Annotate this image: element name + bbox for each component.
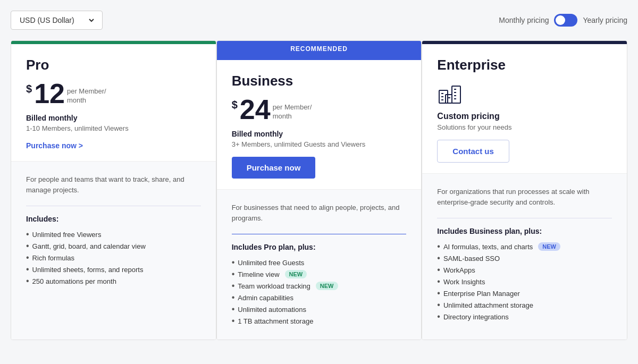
pro-card: Pro $ 12 per Member/month Billed monthly… — [11, 40, 216, 340]
pro-features-list: Unlimited free Viewers Gantt, grid, boar… — [26, 228, 201, 287]
enterprise-divider — [437, 218, 612, 218]
list-item: Unlimited automations — [232, 303, 407, 315]
pro-description: For people and teams that want to track,… — [26, 174, 201, 195]
list-item: Directory integrations — [437, 311, 612, 323]
list-item: WorkApps — [437, 264, 612, 276]
list-item: Admin capabilities — [232, 292, 407, 303]
list-item: AI formulas, texts, and charts NEW — [437, 241, 612, 252]
list-item: SAML-based SSO — [437, 252, 612, 264]
new-badge: NEW — [316, 282, 338, 290]
business-price-amount: 24 — [240, 96, 271, 123]
business-card: RECOMMENDED Business $ 24 per Member/mon… — [216, 40, 422, 340]
pro-divider — [26, 206, 201, 206]
pro-price-amount: 12 — [34, 80, 65, 107]
list-item: Unlimited free Viewers — [26, 228, 201, 240]
pro-price-dollar: $ — [26, 83, 32, 95]
currency-dropdown[interactable]: USD (US Dollar) EUR (Euro) GBP (British … — [18, 15, 96, 25]
top-bar: USD (US Dollar) EUR (Euro) GBP (British … — [11, 11, 627, 30]
new-badge: NEW — [538, 242, 560, 251]
svg-rect-1 — [452, 86, 460, 103]
list-item: Timeline view NEW — [232, 268, 407, 280]
recommended-banner: RECOMMENDED — [217, 41, 422, 57]
list-item: Rich formulas — [26, 252, 201, 264]
business-description: For businesses that need to align people… — [232, 202, 407, 223]
enterprise-card-top: Enterprise Custom pricing Solutions for … — [422, 44, 627, 174]
pricing-toggle-group: Monthly pricing Yearly pricing — [499, 14, 627, 27]
list-item: Work Insights — [437, 276, 612, 287]
pricing-cards: Pro $ 12 per Member/month Billed monthly… — [11, 40, 627, 340]
business-features-list: Unlimited free Guests Timeline view NEW … — [232, 257, 407, 327]
pricing-toggle-switch[interactable] — [554, 14, 577, 27]
new-badge: NEW — [285, 270, 307, 278]
business-includes-title: Includes Pro plan, plus: — [232, 243, 407, 251]
enterprise-features-list: AI formulas, texts, and charts NEW SAML-… — [437, 241, 612, 323]
enterprise-contact-button[interactable]: Contact us — [437, 140, 509, 163]
business-plan-name: Business — [232, 73, 407, 89]
business-billing-sub: 3+ Members, unlimited Guests and Viewers — [232, 140, 407, 148]
business-billing-info: Billed monthly — [232, 130, 407, 138]
pro-card-body: For people and teams that want to track,… — [11, 162, 216, 340]
enterprise-building-icon — [437, 80, 463, 105]
svg-rect-2 — [446, 95, 452, 103]
pro-billing-info: Billed monthly — [26, 114, 201, 122]
pro-purchase-button[interactable]: Purchase now > — [26, 141, 83, 150]
pro-price-row: $ 12 per Member/month — [26, 80, 201, 107]
pro-billing-sub: 1-10 Members, unlimited Viewers — [26, 124, 201, 132]
business-purchase-button[interactable]: Purchase now — [232, 157, 316, 179]
monthly-label: Monthly pricing — [499, 16, 549, 24]
enterprise-custom-pricing: Custom pricing — [437, 112, 612, 121]
pro-card-top: Pro $ 12 per Member/month Billed monthly… — [11, 44, 216, 162]
enterprise-card: Enterprise Custom pricing Solutions for … — [422, 40, 627, 340]
business-card-body: For businesses that need to align people… — [217, 190, 422, 340]
enterprise-plan-name: Enterprise — [437, 57, 612, 73]
business-divider — [232, 234, 407, 234]
pro-price-per: per Member/month — [67, 87, 106, 105]
list-item: Team workload tracking NEW — [232, 280, 407, 292]
list-item: Unlimited sheets, forms, and reports — [26, 264, 201, 275]
enterprise-includes-title: Includes Business plan, plus: — [437, 227, 612, 235]
list-item: Unlimited free Guests — [232, 257, 407, 268]
list-item: 250 automations per month — [26, 275, 201, 287]
list-item: Unlimited attachment storage — [437, 299, 612, 311]
list-item: 1 TB attachment storage — [232, 315, 407, 327]
business-card-top: Business $ 24 per Member/month Billed mo… — [217, 60, 422, 190]
enterprise-card-body: For organizations that run processes at … — [422, 174, 627, 340]
enterprise-custom-sub: Solutions for your needs — [437, 123, 612, 131]
pro-includes-title: Includes: — [26, 215, 201, 223]
business-price-dollar: $ — [232, 99, 238, 111]
list-item: Enterprise Plan Manager — [437, 287, 612, 299]
list-item: Gantt, grid, board, and calendar view — [26, 240, 201, 252]
business-price-per: per Member/month — [273, 103, 312, 121]
business-price-row: $ 24 per Member/month — [232, 96, 407, 123]
currency-selector[interactable]: USD (US Dollar) EUR (Euro) GBP (British … — [11, 11, 103, 30]
enterprise-description: For organizations that run processes at … — [437, 187, 612, 207]
yearly-label: Yearly pricing — [583, 16, 627, 24]
pro-plan-name: Pro — [26, 57, 201, 73]
